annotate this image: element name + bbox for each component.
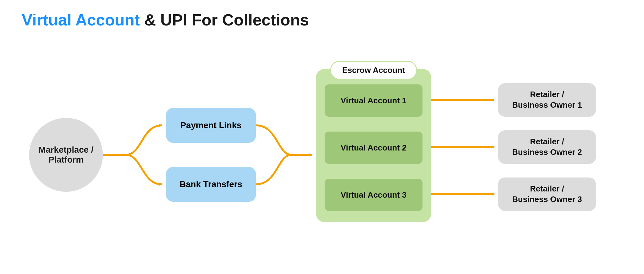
diagram-stage: Marketplace / Platform Payment Links Ban… [0, 0, 644, 274]
virtual-account-2: Virtual Account 2 [325, 132, 423, 164]
retailer-3-line2: Business Owner 3 [512, 195, 582, 204]
marketplace-line1: Marketplace / [38, 145, 93, 155]
payment-links-node: Payment Links [166, 108, 256, 143]
retailer-2-line2: Business Owner 2 [512, 147, 582, 157]
marketplace-line2: Platform [48, 155, 84, 164]
bank-transfers-label: Bank Transfers [180, 179, 242, 189]
retailer-1-line2: Business Owner 1 [512, 100, 582, 110]
bank-transfers-node: Bank Transfers [166, 167, 256, 202]
retailer-3-line1: Retailer / [530, 184, 564, 193]
escrow-container: Escrow Account Virtual Account 1 Virtual… [316, 69, 431, 222]
virtual-account-1: Virtual Account 1 [325, 84, 423, 117]
virtual-account-3: Virtual Account 3 [325, 179, 423, 211]
payment-links-label: Payment Links [180, 120, 242, 130]
escrow-label: Escrow Account [330, 61, 417, 80]
retailer-1-line1: Retailer / [530, 90, 564, 99]
marketplace-node: Marketplace / Platform [29, 118, 103, 192]
retailer-2-line1: Retailer / [530, 137, 564, 146]
retailer-1-node: Retailer / Business Owner 1 [498, 83, 596, 117]
retailer-2-node: Retailer / Business Owner 2 [498, 130, 596, 164]
retailer-3-node: Retailer / Business Owner 3 [498, 177, 596, 211]
